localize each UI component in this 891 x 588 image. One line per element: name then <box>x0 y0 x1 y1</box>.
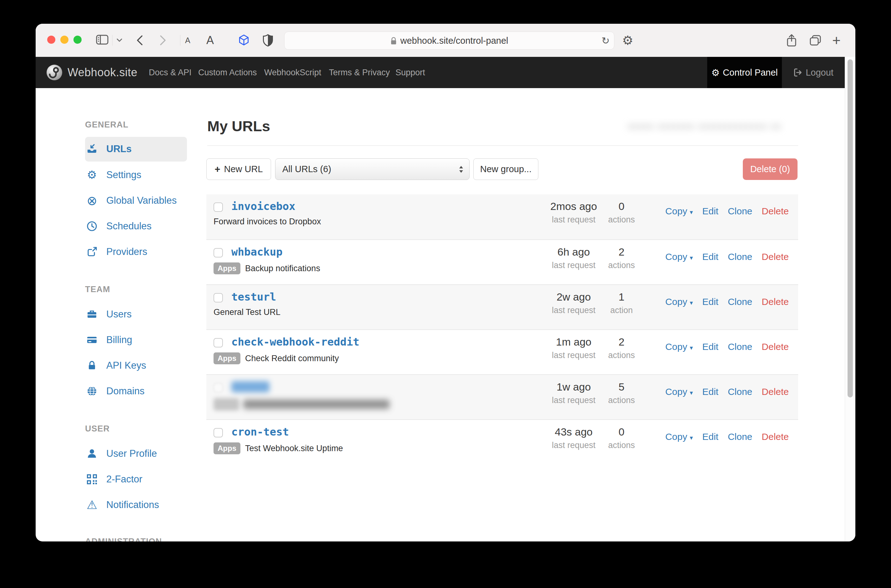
brand-name[interactable]: Webhook.site <box>68 57 137 88</box>
edit-link[interactable]: Edit <box>702 252 718 262</box>
clone-link[interactable]: Clone <box>728 297 752 307</box>
caret-down-icon: ▾ <box>690 209 693 216</box>
circle-x-icon: ⊗ <box>85 195 99 206</box>
table-row: whbackup AppsBackup notifications 6h ago… <box>206 239 798 284</box>
url-description: General Test URL <box>213 308 281 317</box>
sidebar-item-notifications[interactable]: ⚠ Notifications <box>85 497 219 512</box>
browser-settings-gear-icon[interactable]: ⚙ <box>622 24 633 57</box>
copy-link[interactable]: Copy▾ <box>665 342 693 352</box>
clone-link[interactable]: Clone <box>728 206 752 216</box>
delete-link[interactable]: Delete <box>762 342 789 352</box>
edit-link[interactable]: Edit <box>702 206 718 216</box>
caret-down-icon: ▾ <box>690 299 693 306</box>
url-name-link[interactable]: invoicebox <box>231 200 296 213</box>
copy-link[interactable]: Copy▾ <box>665 432 693 442</box>
clone-link[interactable]: Clone <box>728 342 752 352</box>
scrollbar-track[interactable] <box>845 57 855 542</box>
row-checkbox[interactable] <box>213 248 223 258</box>
globe-icon <box>85 386 99 397</box>
clone-link[interactable]: Clone <box>728 387 752 397</box>
delete-link[interactable]: Delete <box>762 387 789 397</box>
new-url-button[interactable]: + New URL <box>206 158 271 180</box>
webhook-logo-icon[interactable] <box>46 64 63 81</box>
page-title: My URLs <box>207 117 270 135</box>
url-name-link[interactable]: check-webhook-reddit <box>231 335 359 349</box>
actions-count: 0 <box>597 200 646 213</box>
sidebar-item-users[interactable]: Users <box>85 307 219 322</box>
clock-icon <box>85 220 99 232</box>
url-name-link[interactable]: whbackup <box>231 245 282 259</box>
url-bar[interactable]: webhook.site/control-panel ↻ <box>284 32 615 50</box>
sidebar-item-settings[interactable]: ⚙ Settings <box>85 168 219 183</box>
tabs-overview-icon[interactable] <box>809 34 822 46</box>
row-checkbox[interactable] <box>213 293 223 302</box>
url-text: webhook.site/control-panel <box>401 36 508 46</box>
sidebar-item-api-keys[interactable]: API Keys <box>85 358 219 373</box>
caret-down-icon: ▾ <box>690 389 693 396</box>
edit-link[interactable]: Edit <box>702 432 718 442</box>
copy-link[interactable]: Copy▾ <box>665 206 693 216</box>
url-name-link[interactable]: testurl <box>231 290 276 304</box>
clone-link[interactable]: Clone <box>728 252 752 262</box>
url-name-redacted[interactable] <box>231 381 269 392</box>
row-checkbox[interactable] <box>213 428 223 437</box>
delete-selected-button[interactable]: Delete (0) <box>743 158 798 180</box>
sidebar-item-billing[interactable]: Billing <box>85 332 219 347</box>
site-navbar: Webhook.site Docs & API Custom Actions W… <box>36 57 845 88</box>
back-button[interactable] <box>136 35 143 45</box>
new-group-button[interactable]: New group... <box>473 158 538 180</box>
copy-link[interactable]: Copy▾ <box>665 387 693 397</box>
text-size-decrease-button[interactable]: A <box>185 24 191 57</box>
edit-link[interactable]: Edit <box>702 297 718 307</box>
nav-support[interactable]: Support <box>395 57 425 88</box>
nav-docs-api[interactable]: Docs & API <box>149 57 192 88</box>
delete-link[interactable]: Delete <box>762 206 789 216</box>
edit-link[interactable]: Edit <box>702 342 718 352</box>
sidebar-item-domains[interactable]: Domains <box>85 384 219 399</box>
row-checkbox[interactable] <box>213 202 223 212</box>
logout-icon <box>793 68 802 77</box>
url-filter-select[interactable]: All URLs (6) <box>275 158 470 180</box>
sidebar-item-urls[interactable]: URLs <box>85 141 219 156</box>
sidebar-item-providers[interactable]: Providers <box>85 244 219 260</box>
delete-link[interactable]: Delete <box>762 297 789 307</box>
share-icon[interactable] <box>786 33 797 47</box>
nav-control-panel[interactable]: ⚙ Control Panel <box>707 57 782 88</box>
row-checkbox[interactable] <box>213 383 223 392</box>
close-window-button[interactable] <box>47 36 56 44</box>
actions-label: actions <box>597 214 646 225</box>
inbox-tray-icon <box>85 143 99 154</box>
new-tab-button[interactable]: + <box>832 24 841 57</box>
sidebar-item-global-variables[interactable]: ⊗ Global Variables <box>85 193 219 208</box>
copy-link[interactable]: Copy▾ <box>665 252 693 262</box>
sidebar-item-2-factor[interactable]: 2-Factor <box>85 472 219 487</box>
gear-icon: ⚙ <box>711 67 720 78</box>
table-row: check-webhook-reddit AppsCheck Reddit co… <box>206 329 798 374</box>
extension-cube-icon[interactable] <box>237 34 251 47</box>
nav-terms-privacy[interactable]: Terms & Privacy <box>329 57 390 88</box>
nav-logout[interactable]: Logout <box>782 57 845 88</box>
reload-icon[interactable]: ↻ <box>601 32 610 50</box>
last-request-value: 2mos ago <box>542 200 605 213</box>
copy-link[interactable]: Copy▾ <box>665 297 693 307</box>
forward-button[interactable] <box>159 35 166 45</box>
chevron-down-icon[interactable] <box>117 38 122 42</box>
zoom-window-button[interactable] <box>74 36 82 44</box>
shield-icon[interactable] <box>263 34 273 46</box>
minimize-window-button[interactable] <box>60 36 68 44</box>
scrollbar-thumb[interactable] <box>847 59 853 398</box>
nav-custom-actions[interactable]: Custom Actions <box>198 57 257 88</box>
sidebar-item-schedules[interactable]: Schedules <box>85 219 219 234</box>
row-checkbox[interactable] <box>213 338 223 347</box>
text-size-increase-button[interactable]: A <box>206 24 214 57</box>
clone-link[interactable]: Clone <box>728 432 752 442</box>
sidebar-item-user-profile[interactable]: User Profile <box>85 446 219 461</box>
urls-table: invoicebox Forward invoices to Dropbox 2… <box>206 194 798 464</box>
gear-icon: ⚙ <box>85 170 99 181</box>
edit-link[interactable]: Edit <box>702 387 718 397</box>
delete-link[interactable]: Delete <box>762 432 789 442</box>
url-name-link[interactable]: cron-test <box>231 425 289 439</box>
sidebar-toggle-icon[interactable] <box>96 34 108 45</box>
nav-webhookscript[interactable]: WebhookScript <box>264 57 322 88</box>
delete-link[interactable]: Delete <box>762 252 789 262</box>
